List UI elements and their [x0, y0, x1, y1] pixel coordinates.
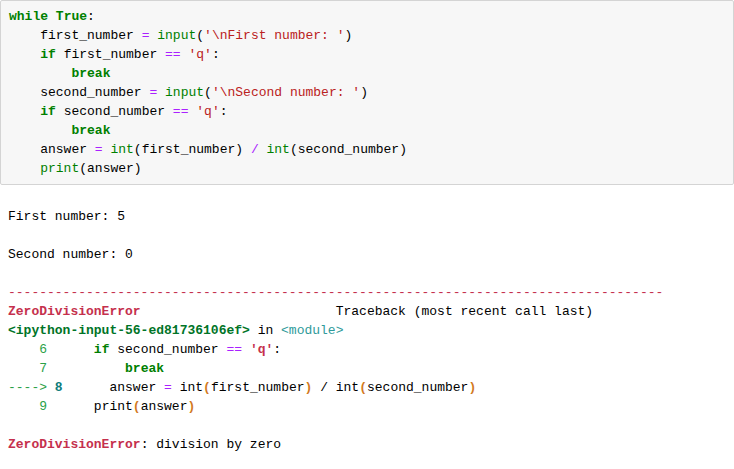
code-token: if — [40, 47, 56, 62]
code-token: 'q' — [188, 47, 211, 62]
code-token — [9, 66, 71, 81]
code-token: <module> — [281, 323, 343, 338]
code-token: answer — [141, 399, 188, 414]
code-line: second_number = input('\nSecond number: … — [9, 83, 725, 102]
code-line: break — [9, 121, 725, 140]
code-line — [8, 226, 726, 245]
code-token: / — [251, 142, 259, 157]
code-token: second_number — [109, 342, 226, 357]
code-token — [243, 142, 251, 157]
code-line: Second number: 0 — [8, 245, 726, 264]
code-token: break — [125, 361, 164, 376]
code-token: ( — [196, 28, 204, 43]
code-token: 6 — [8, 342, 63, 357]
code-line: ----------------------------------------… — [8, 283, 726, 302]
code-token: '\nFirst number: ' — [204, 28, 344, 43]
code-line: First number: 5 — [8, 207, 726, 226]
code-token: in — [250, 323, 281, 338]
code-token: int — [267, 142, 290, 157]
code-token: input — [165, 85, 204, 100]
code-token: = — [95, 142, 103, 157]
code-token: 8 — [55, 380, 63, 395]
code-token: answer — [9, 142, 95, 157]
code-token: : — [212, 47, 220, 62]
code-token — [9, 161, 40, 176]
code-line: if first_number == 'q': — [9, 45, 725, 64]
code-token: int — [110, 142, 133, 157]
code-token: == — [165, 47, 181, 62]
code-token: / — [312, 380, 335, 395]
code-token: 9 — [8, 399, 63, 414]
code-token — [9, 104, 40, 119]
code-token: = — [164, 380, 172, 395]
code-token: break — [71, 66, 110, 81]
code-token: if — [40, 104, 56, 119]
code-token: first_number — [211, 380, 305, 395]
code-token — [9, 123, 71, 138]
code-token — [141, 304, 336, 319]
code-line: while True: — [9, 7, 725, 26]
code-token: ) — [187, 399, 195, 414]
code-token: First number: 5 — [8, 209, 125, 224]
code-token: True — [56, 9, 87, 24]
code-cell-input[interactable]: while True: first_number = input('\nFirs… — [0, 0, 734, 185]
code-line: first_number = input('\nFirst number: ') — [9, 26, 725, 45]
code-line: print(answer) — [9, 159, 725, 178]
code-token: ) — [345, 28, 353, 43]
code-token — [63, 342, 94, 357]
code-token: == — [226, 342, 242, 357]
code-token: while — [9, 9, 48, 24]
code-token: ZeroDivisionError — [8, 304, 141, 319]
code-token — [63, 399, 94, 414]
code-token — [157, 85, 165, 100]
code-token: ( — [204, 85, 212, 100]
code-token — [242, 342, 250, 357]
code-token: == — [173, 104, 189, 119]
code-line: if second_number == 'q': — [9, 102, 725, 121]
code-token: 7 — [8, 361, 63, 376]
code-token: : division by zero — [141, 437, 281, 452]
code-token — [63, 361, 125, 376]
code-token — [172, 380, 180, 395]
code-token: Traceback (most recent call last) — [336, 304, 593, 319]
code-token: 'q' — [250, 342, 273, 357]
code-token: (second_number) — [290, 142, 407, 157]
code-token: second_number — [9, 85, 149, 100]
code-token: print — [94, 399, 133, 414]
code-token: answer — [78, 380, 164, 395]
code-line: ZeroDivisionError Traceback (most recent… — [8, 302, 726, 321]
code-token: ZeroDivisionError — [8, 437, 141, 452]
code-token: ( — [133, 399, 141, 414]
code-token: (answer) — [79, 161, 141, 176]
code-token: : — [273, 342, 281, 357]
code-line: <ipython-input-56-ed81736106ef> in <modu… — [8, 321, 726, 340]
code-token: input — [157, 28, 196, 43]
code-token: Second number: 0 — [8, 247, 133, 262]
code-token: ( — [203, 380, 211, 395]
code-token: if — [94, 342, 110, 357]
code-token: '\nSecond number: ' — [212, 85, 360, 100]
code-token: first_number — [9, 28, 142, 43]
code-line: ZeroDivisionError: division by zero — [8, 435, 726, 454]
code-token: 'q' — [196, 104, 219, 119]
code-token: : — [220, 104, 228, 119]
cell-output: First number: 5 Second number: 0 -------… — [0, 185, 734, 454]
code-token: first_number — [56, 47, 165, 62]
code-token: ) — [468, 380, 476, 395]
code-token: int — [180, 380, 203, 395]
code-token — [48, 9, 56, 24]
code-line: 7 break — [8, 359, 726, 378]
code-token — [63, 380, 79, 395]
notebook-page: while True: first_number = input('\nFirs… — [0, 0, 734, 469]
code-token — [259, 142, 267, 157]
code-token: ( — [359, 380, 367, 395]
code-token: : — [87, 9, 95, 24]
code-line — [8, 416, 726, 435]
code-token: break — [71, 123, 110, 138]
code-line — [8, 264, 726, 283]
code-token: ----> — [8, 380, 47, 395]
code-line: ----> 8 answer = int(first_number) / int… — [8, 378, 726, 397]
code-token: (first_number) — [134, 142, 243, 157]
code-line: answer = int(first_number) / int(second_… — [9, 140, 725, 159]
code-token: ) — [360, 85, 368, 100]
